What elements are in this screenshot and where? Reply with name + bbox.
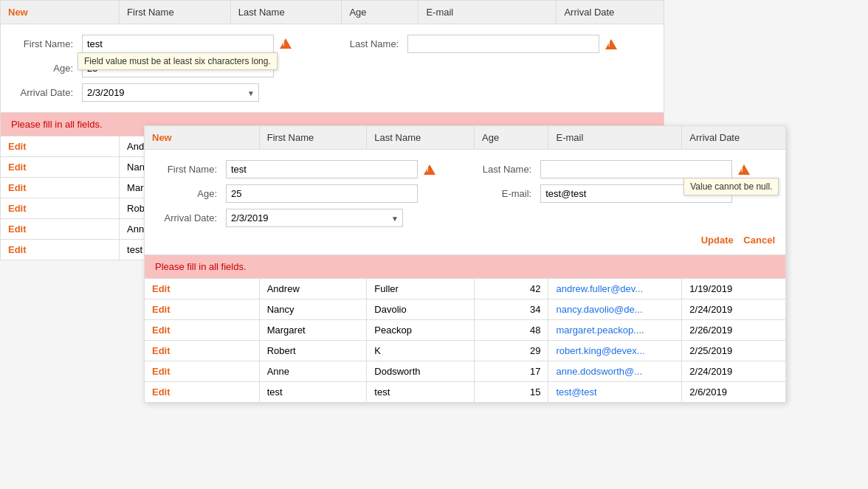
front-email-label: E-mail:: [461, 181, 536, 206]
front-cell-arrival-2: 2/24/2019: [682, 299, 786, 320]
front-edit-link-2[interactable]: Edit: [152, 304, 170, 315]
front-lastname-error-icon: [738, 164, 750, 176]
front-cell-lastname-5: Dodsworth: [367, 361, 475, 382]
back-lastname-input[interactable]: [407, 35, 599, 53]
back-error-triangle-2: [605, 39, 617, 49]
back-arrival-select[interactable]: 2/3/2019: [82, 83, 259, 102]
front-lastname-label: Last Name:: [461, 157, 536, 181]
back-col-firstname: First Name: [120, 1, 231, 24]
front-cell-firstname-5: Anne: [259, 361, 367, 382]
back-new-link[interactable]: New: [8, 7, 28, 18]
back-tooltip-1: Field value must be at least six charact…: [78, 52, 278, 70]
front-grid: New First Name Last Name Age E-mail Arri…: [144, 125, 786, 403]
back-firstname-label: First Name:: [11, 32, 78, 56]
back-col-new: New: [1, 1, 120, 24]
table-row: Edit test test 15 test@test 2/6/2019: [145, 382, 786, 403]
front-cell-email-6: test@test: [548, 382, 682, 403]
front-col-firstname: First Name: [259, 126, 367, 150]
front-cell-age-3: 48: [475, 320, 548, 341]
front-cell-firstname-4: Robert: [259, 341, 367, 361]
front-form-row: First Name: Last Name:: [145, 150, 786, 255]
back-form-row: First Name: Field value must be at least…: [1, 24, 664, 113]
front-edit-link-5[interactable]: Edit: [152, 366, 170, 377]
table-row: Edit Robert K 29 robert.king@devex... 2/…: [145, 341, 786, 361]
front-cell-firstname-2: Nancy: [259, 299, 367, 320]
edit-link-1[interactable]: Edit: [8, 141, 27, 152]
back-firstname-error-icon: [280, 38, 292, 50]
front-cell-arrival-4: 2/25/2019: [682, 341, 786, 361]
back-lastname-error-icon: [605, 39, 617, 51]
front-error-triangle-2: [738, 164, 750, 175]
front-lastname-input[interactable]: [540, 160, 732, 178]
front-firstname-input[interactable]: [226, 160, 418, 178]
front-edit-link-4[interactable]: Edit: [152, 345, 170, 356]
front-error-row: Please fill in all fields.: [145, 255, 786, 279]
front-col-email: E-mail: [548, 126, 682, 150]
front-new-link[interactable]: New: [152, 132, 172, 143]
table-row: Edit Nancy Davolio 34 nancy.davolio@de..…: [145, 299, 786, 320]
table-row: Edit Andrew Fuller 42 andrew.fuller@dev.…: [145, 279, 786, 299]
front-firstname-label: First Name:: [155, 157, 221, 181]
front-cell-age-2: 34: [475, 299, 548, 320]
front-cell-age-1: 42: [475, 279, 548, 299]
front-col-new: New: [145, 126, 260, 150]
back-col-email: E-mail: [418, 1, 557, 24]
front-edit-link-1[interactable]: Edit: [152, 283, 170, 294]
front-cell-email-2: nancy.davolio@de...: [548, 299, 682, 320]
back-lastname-label: Last Name:: [328, 32, 403, 56]
front-age-label: Age:: [155, 181, 221, 206]
front-cell-arrival-1: 1/19/2019: [682, 279, 786, 299]
edit-link-5[interactable]: Edit: [8, 223, 27, 235]
front-age-input[interactable]: [226, 184, 418, 203]
front-cell-firstname-3: Margaret: [259, 320, 367, 341]
front-cell-email-4: robert.king@devex...: [548, 341, 682, 361]
edit-link-6[interactable]: Edit: [8, 244, 27, 255]
front-col-arrival: Arrival Date: [682, 126, 786, 150]
front-cell-lastname-2: Davolio: [367, 299, 475, 320]
front-cell-age-4: 29: [475, 341, 548, 361]
front-arrival-label: Arrival Date:: [155, 206, 221, 230]
back-col-arrival: Arrival Date: [557, 1, 664, 24]
front-cell-lastname-3: Peackop: [367, 320, 475, 341]
edit-link-4[interactable]: Edit: [8, 203, 27, 214]
front-cell-arrival-3: 2/26/2019: [682, 320, 786, 341]
front-error-bar: Please fill in all fields.: [145, 255, 786, 279]
front-cell-age-5: 17: [475, 361, 548, 382]
front-cell-email-5: anne.dodsworth@...: [548, 361, 682, 382]
front-cell-email-1: andrew.fuller@dev...: [548, 279, 682, 299]
front-cell-firstname-6: test: [259, 382, 367, 403]
front-cell-email-3: margaret.peackop....: [548, 320, 682, 341]
front-cell-arrival-5: 2/24/2019: [682, 361, 786, 382]
front-actions: Update Cancel: [155, 230, 775, 247]
front-cell-lastname-6: test: [367, 382, 475, 403]
front-cell-lastname-4: K: [367, 341, 475, 361]
front-col-age: Age: [475, 126, 548, 150]
front-cell-lastname-1: Fuller: [367, 279, 475, 299]
table-row: Edit Anne Dodsworth 17 anne.dodsworth@..…: [145, 361, 786, 382]
back-error-triangle-1: [280, 38, 292, 49]
front-edit-link-6[interactable]: Edit: [152, 386, 170, 398]
front-arrival-select[interactable]: 2/3/2019: [226, 209, 403, 227]
back-age-label: Age:: [11, 56, 78, 80]
front-edit-link-3[interactable]: Edit: [152, 325, 170, 336]
front-col-lastname: Last Name: [367, 126, 475, 150]
table-row: Edit Margaret Peackop 48 margaret.peacko…: [145, 320, 786, 341]
cancel-button[interactable]: Cancel: [743, 235, 775, 246]
front-firstname-error-icon: [424, 164, 435, 176]
front-cell-age-6: 15: [475, 382, 548, 403]
front-cell-firstname-1: Andrew: [259, 279, 367, 299]
update-button[interactable]: Update: [701, 235, 734, 246]
back-col-age: Age: [342, 1, 418, 24]
front-error-triangle-1: [424, 164, 435, 175]
back-firstname-input[interactable]: [82, 35, 274, 53]
back-col-lastname: Last Name: [230, 1, 342, 24]
back-arrival-label: Arrival Date:: [11, 80, 78, 105]
front-tooltip-2: Value cannot be null.: [683, 178, 779, 195]
edit-link-3[interactable]: Edit: [8, 182, 27, 193]
edit-link-2[interactable]: Edit: [8, 162, 27, 173]
front-cell-arrival-6: 2/6/2019: [682, 382, 786, 403]
